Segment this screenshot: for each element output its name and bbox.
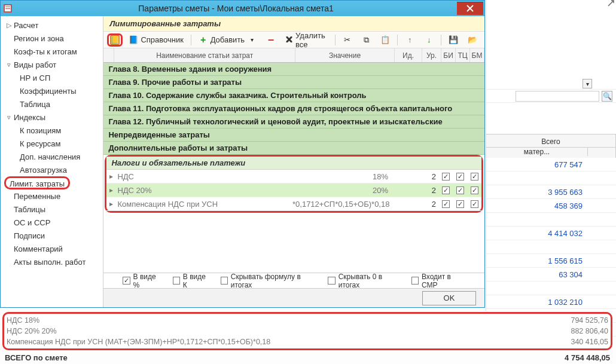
data-row[interactable]: ▸ Компенсация НДС при УСН *0,1712+СП*0,1…	[106, 197, 481, 211]
book-icon: 📒	[110, 35, 120, 45]
expand-icon: ▸	[106, 200, 116, 208]
right-strip: ▾ 🔍 Всего матер... 677 547.3 955 663458 …	[486, 0, 616, 311]
chapter-row[interactable]: Непредвиденные затраты	[103, 129, 484, 142]
minus-icon: −	[266, 35, 276, 45]
options-line: ✓В виде % В виде К Скрывать формулу в ит…	[103, 273, 484, 288]
tree-item-region[interactable]: Регион и зона	[2, 32, 102, 45]
chapter-row[interactable]: Глава 12. Публичный технологический и це…	[103, 115, 484, 129]
toolbar: 📒 📘Справочник +Добавить▾ − 🗙Удалить все …	[103, 32, 484, 48]
book-open-icon: 📘	[129, 35, 138, 45]
value-row: 1 556 615	[486, 254, 616, 268]
right-grid-header: Всего матер...	[486, 134, 616, 158]
chapter-row[interactable]: Дополнительные работы и затраты	[103, 142, 484, 155]
toolbar-btn-add[interactable]: +Добавить▾	[195, 34, 260, 46]
expand-icon: ▸	[106, 186, 116, 194]
checkbox[interactable]: ✓	[456, 173, 464, 181]
tree-item-kommentariy[interactable]: Комментарий	[2, 242, 102, 255]
data-row[interactable]: ▸ НДС 18%2 ✓ ✓ ✓	[106, 170, 481, 183]
summary-row: Компенсация НДС при УСН (МАТ+(ЭМ-ЗПМ)+НР…	[7, 337, 608, 347]
copy-icon: ⧉	[361, 35, 371, 45]
toolbar-btn-main[interactable]: 📒	[107, 33, 123, 47]
scissors-icon: ✂	[342, 35, 352, 45]
checkbox[interactable]: ✓	[471, 173, 478, 181]
chapter-row[interactable]: Глава 9. Прочие работы и затраты	[103, 76, 484, 89]
expand-icon: ▸	[106, 172, 116, 181]
folder-open-icon: 📂	[468, 35, 477, 45]
col-bm: БМ	[470, 48, 484, 62]
chapter-row[interactable]: Глава 11. Подготовка эксплуатационных ка…	[103, 102, 484, 115]
checkbox[interactable]: ✓	[456, 200, 464, 208]
col-id: Ид.	[395, 48, 422, 62]
tree-item-koef[interactable]: Коэф-ты к итогам	[2, 45, 102, 58]
toolbar-btn-remove[interactable]: −	[263, 34, 279, 46]
value-row: .	[486, 240, 616, 254]
toolbar-btn-up[interactable]: ↑	[401, 34, 418, 46]
summary-row: НДС 18%794 525,76	[7, 315, 608, 326]
checkbox[interactable]: ✓	[456, 186, 464, 194]
toolbar-btn-open[interactable]: 📂	[464, 34, 481, 46]
data-row[interactable]: ▸ НДС 20% 20%2 ✓ ✓ ✓	[106, 183, 481, 197]
checkbox[interactable]: ✓	[471, 200, 478, 208]
toolbar-btn-deleteall[interactable]: 🗙Удалить все	[282, 30, 331, 50]
dialog-title: Параметры сметы - Мои сметы\Локальная см…	[15, 4, 457, 13]
chevron-down-icon: ▾	[247, 35, 257, 45]
chapter-row[interactable]: Глава 10. Содержание службы заказчика. С…	[103, 89, 484, 102]
close-button[interactable]	[457, 2, 483, 15]
opt-percent[interactable]: ✓В виде %	[123, 273, 161, 289]
arrow-up-icon: ↑	[405, 35, 414, 45]
tree-item-dopnach[interactable]: Доп. начисления	[2, 150, 102, 163]
value-row: .	[486, 282, 616, 295]
subheader[interactable]: Налоги и обязательные платежи	[106, 157, 481, 170]
summary-row: НДС 20% 20%882 806,40	[7, 326, 608, 337]
checkbox[interactable]: ✓	[442, 186, 450, 194]
save-icon: 💾	[449, 35, 458, 45]
value-row: 1 032 210	[486, 295, 616, 309]
search-button[interactable]: 🔍	[602, 91, 612, 102]
checkbox[interactable]: ✓	[442, 200, 450, 208]
tree-item-tablicy[interactable]: Таблицы	[2, 203, 102, 216]
tree-item-kpoz[interactable]: К позициям	[2, 124, 102, 137]
expand-icon[interactable]	[608, 0, 616, 8]
col-value: Значение	[295, 48, 395, 62]
toolbar-btn-save[interactable]: 💾	[445, 34, 462, 46]
value-row: .	[486, 213, 616, 227]
tree-item-avtoz[interactable]: Автозагрузка	[2, 163, 102, 176]
toolbar-btn-spravochnik[interactable]: 📘Справочник	[125, 34, 187, 46]
checkbox[interactable]: ✓	[471, 186, 478, 194]
opt-hideformula[interactable]: Скрывать формулу в итогах	[221, 273, 318, 289]
value-row: 677 547	[486, 158, 616, 172]
tree-item-tablica[interactable]: Таблица	[2, 97, 102, 111]
value-row: .	[486, 172, 616, 185]
tree-item-peremennie[interactable]: Переменные	[2, 189, 102, 203]
grid-header: Наименование статьи затрат Значение Ид. …	[103, 48, 484, 63]
trash-icon: 🗙	[285, 35, 293, 45]
opt-smr[interactable]: Входит в СМР	[411, 273, 465, 289]
opt-hidezero[interactable]: Скрывать 0 в итогах	[328, 273, 400, 289]
value-row: 63 304	[486, 268, 616, 282]
col-tc: ТЦ	[456, 48, 470, 62]
search-input[interactable]	[516, 91, 599, 102]
ok-button[interactable]: OK	[422, 291, 476, 305]
dropdown-toggle[interactable]: ▾	[583, 79, 592, 88]
value-row: 4 414 032	[486, 227, 616, 240]
toolbar-btn-cut[interactable]: ✂	[339, 34, 355, 46]
tree-item-nrsp[interactable]: НР и СП	[2, 71, 102, 84]
tree-item-podpisi[interactable]: Подписи	[2, 229, 102, 242]
tree-item-akty[interactable]: Акты выполн. работ	[2, 255, 102, 268]
tree-item-koeff[interactable]: Коэффициенты	[2, 84, 102, 97]
tree-item-vidy[interactable]: ▿Виды работ	[2, 58, 102, 71]
tree-item-osssr[interactable]: ОС и ССР	[2, 216, 102, 229]
toolbar-btn-copy[interactable]: ⧉	[358, 34, 374, 46]
opt-koef[interactable]: В виде К	[173, 273, 210, 289]
estimate-params-dialog: Параметры сметы - Мои сметы\Локальная см…	[0, 0, 485, 308]
tree-item-kres[interactable]: К ресурсам	[2, 137, 102, 150]
chapter-row[interactable]: Глава 8. Временные здания и сооружения	[103, 63, 484, 76]
toolbar-btn-down[interactable]: ↓	[420, 34, 437, 46]
tree-item-limit-zatraty[interactable]: Лимит. затраты	[4, 176, 70, 189]
svg-rect-3	[5, 8, 10, 9]
toolbar-btn-paste[interactable]: 📋	[377, 34, 394, 46]
plus-icon: +	[199, 35, 208, 45]
checkbox[interactable]: ✓	[442, 173, 450, 181]
tree-item-indeksy[interactable]: ▿Индексы	[2, 111, 102, 124]
tree-item-raschet[interactable]: ▷Расчет	[2, 19, 102, 32]
